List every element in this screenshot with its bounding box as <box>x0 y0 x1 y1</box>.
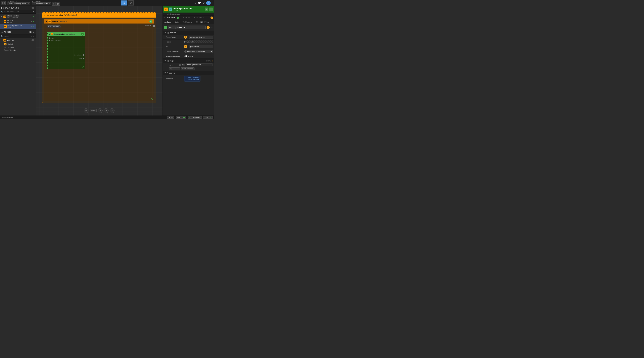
add-icon-3[interactable]: + <box>30 25 32 28</box>
tag-value-input[interactable] <box>186 63 213 66</box>
canvas-controls: − 68% + ? ⬇ <box>84 108 114 113</box>
sub-tab-debug[interactable]: Debug <box>203 20 211 24</box>
tab-actions[interactable]: ACTIONS <box>181 16 192 20</box>
discord-icon[interactable]: 💬 <box>198 1 201 4</box>
changeset-grid-btn[interactable]: ⊞ <box>52 2 56 6</box>
component-name-input[interactable] <box>168 25 206 29</box>
inner-add-btn[interactable]: + <box>81 33 84 35</box>
aws-s3-icon: aws <box>4 39 6 41</box>
diagram-tree: ▶ aws s-tools-sandbox AWS Credential ✓ ▼… <box>0 14 36 29</box>
avatar-dropdown-icon[interactable]: ▾ <box>212 2 213 4</box>
tab-component[interactable]: COMPONENT ✓ <box>163 16 181 20</box>
secrets-section-header[interactable]: ▼ ≡ secrets <box>163 71 214 75</box>
sub-tab-code[interactable]: Code <box>173 20 180 24</box>
inner-box-subtitle: Bucket: 0 <box>69 33 75 35</box>
tab-resource[interactable]: RESOURCE <box>192 16 206 20</box>
collapse-icon: ▼ <box>164 32 166 34</box>
zoom-in-btn[interactable]: + <box>98 108 102 113</box>
acl-info-icon[interactable]: ℹ <box>188 45 188 48</box>
flask-btn[interactable]: ⚗ <box>128 0 134 5</box>
assets-help-icon[interactable]: ? <box>32 30 34 33</box>
settings-icon[interactable]: ⚙ <box>202 1 205 4</box>
help-icon[interactable]: ? <box>195 1 196 4</box>
add-sub-tab-btn[interactable]: + <box>200 21 203 23</box>
expand-outer[interactable]: ▼ <box>44 14 46 16</box>
inner-box-demo[interactable]: ▼ aws demo.sysinitest.net Bucket: 0 + <box>47 32 85 69</box>
canvas-area[interactable]: ▼ aws s-tools-sandbox AWS Credential: 1 … <box>36 6 162 115</box>
assets-count-badge: 3 <box>29 31 32 33</box>
expand-mid[interactable]: ▼ <box>46 20 47 22</box>
svg-rect-2 <box>2 3 3 4</box>
acl-input[interactable] <box>189 45 213 48</box>
add-icon[interactable]: + <box>30 20 32 23</box>
workspace-selector[interactable]: Paul's Authoring Demo <box>8 2 30 5</box>
outer-box-header: ▼ aws s-tools-sandbox AWS Credential: 1 <box>42 12 156 17</box>
asset-group-header-aws-s3[interactable]: ▼ aws AWS S3 3 <box>0 38 36 42</box>
assets-filter-icon[interactable]: ▼ <box>33 35 35 37</box>
sub-tab-qualifications[interactable]: Qualifications <box>180 20 194 24</box>
tag-name-actions: 🗑 f(x) <box>179 64 185 66</box>
avatar-btn[interactable]: P <box>206 1 211 5</box>
aws-icon-us-east: aws <box>4 20 6 23</box>
region-striped: us-east-1 <box>186 40 213 43</box>
tag-add-row: ↳ + Add map item <box>163 67 214 71</box>
tags-section-header[interactable]: ▼ { } Tags (1 item) ℹ <box>163 59 214 63</box>
inner-box-title: demo.sysinitest.net <box>54 33 68 35</box>
help-canvas-btn[interactable]: ? <box>104 108 108 113</box>
clear-search-btn[interactable]: ✕ <box>30 35 32 37</box>
domain-section-header[interactable]: ▼ { } domain <box>163 31 214 35</box>
bucketname-info-icon[interactable]: ℹ <box>188 36 188 38</box>
objectownership-select[interactable]: BucketOwnerPreferred <box>186 50 213 53</box>
component-search-input[interactable] <box>4 11 32 13</box>
changeset-delete-btn[interactable]: 🗑 <box>56 2 60 6</box>
tags-collapse-icon: ▼ <box>164 60 166 62</box>
assets-header: ◈ ASSETS 3 ? <box>0 30 36 34</box>
add-map-btn[interactable]: + Add map item <box>181 67 194 70</box>
output-ports: Bucket Name ARN <box>74 54 85 59</box>
download-btn[interactable]: ⬇ <box>110 108 114 113</box>
app-logo <box>1 1 6 5</box>
changeset-selector[interactable]: S3 Website How-to <box>32 2 51 5</box>
resize-icon[interactable]: ⤢ <box>211 26 213 29</box>
right-panel: aws S3 demo.sysinitest.net Bucket + ⋮ ● … <box>162 6 214 115</box>
right-header-actions: + ⋮ <box>205 7 213 11</box>
aws-credential-label: AWS Credential <box>47 25 61 28</box>
acl-label: Acl <box>166 46 183 47</box>
filter-icon[interactable]: ▼ <box>33 11 35 13</box>
tags-info-icon[interactable]: ℹ <box>212 60 213 62</box>
bucketname-input[interactable] <box>189 35 213 39</box>
s-tools-actions: ✓ <box>32 15 34 18</box>
forcedelete-checkbox[interactable] <box>186 55 188 57</box>
domain-section: ▼ { } domain BucketName 3 ℹ Region <box>163 31 214 59</box>
zoom-out-btn[interactable]: − <box>84 108 88 113</box>
sub-tab-diff[interactable]: Diff <box>194 20 200 24</box>
expand-inner[interactable]: ▼ <box>48 33 50 35</box>
asset-item-bucket-policy[interactable]: Bucket Policy <box>0 46 36 49</box>
right-add-btn[interactable]: + <box>205 7 208 11</box>
expand-icon-2: ▼ <box>1 21 3 22</box>
assets-search-input[interactable] <box>4 35 30 37</box>
tag-fx-btn[interactable]: f(x) <box>182 64 185 66</box>
acl-clear-btn[interactable]: ✕ <box>214 45 214 48</box>
changeset-section: CHANGE SET: S3 Website How-to ⊞ 🗑 <box>32 0 60 6</box>
qualifications-badge[interactable]: ✓ Qualifications <box>188 116 202 119</box>
component-name-row: 2 ⤢ <box>163 24 214 31</box>
tag-row-name: ↳ Name 🗑 f(x) <box>163 63 214 67</box>
right-more-btn[interactable]: ⋮ <box>209 7 213 11</box>
arn-port-label: ARN <box>79 58 82 59</box>
tag-delete-btn[interactable]: 🗑 <box>179 64 181 66</box>
check-icon-2: ✓ <box>32 20 34 23</box>
tree-item-us-east-1[interactable]: ▼ aws us-east-1 Region + ✓ <box>0 19 36 24</box>
asset-item-bucket[interactable]: 1 Bucket <box>0 42 36 46</box>
tag-key-input[interactable] <box>169 67 180 70</box>
sub-tab-attributes[interactable]: Attributes <box>163 20 173 24</box>
tree-item-demo-sysinitest[interactable]: aws demo.sysinitest.net Bucket + ✓ <box>0 24 36 29</box>
domain-section-title: domain <box>170 32 213 34</box>
credential-arrow: ← <box>186 78 187 80</box>
diff-badge[interactable]: ▼ Diff <box>167 116 174 119</box>
asset-item-bucket-website[interactable]: Bucket Website <box>0 49 36 51</box>
acl-value: 4 ℹ ✕ <box>184 45 214 48</box>
tree-item-s-tools-sandbox[interactable]: ▶ aws s-tools-sandbox AWS Credential ✓ <box>0 14 36 19</box>
diagram-view-btn[interactable]: ⬡ <box>121 0 127 5</box>
mid-box-add-btn[interactable]: + <box>149 20 152 23</box>
